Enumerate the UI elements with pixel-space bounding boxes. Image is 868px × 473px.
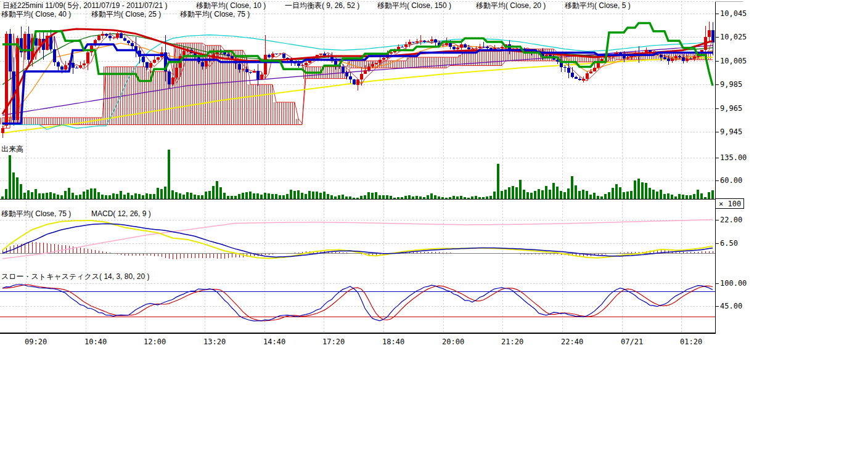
- indicator-label-ma10: 移動平均( Close, 10 ): [196, 2, 266, 9]
- time-axis-label: 10:40: [84, 338, 107, 346]
- volume-axis-label: 60.00: [720, 177, 742, 184]
- chart-title: 日経225mini 11/09( 5分, 2011/07/19 - 2011/0…: [2, 2, 168, 9]
- macd-axis-label: 22.00: [720, 216, 742, 224]
- price-axis-label: 9,985: [720, 81, 742, 88]
- time-axis-label: 13:20: [203, 338, 226, 346]
- macd-panel-label: MACD( 12, 26, 9 ): [91, 210, 151, 217]
- indicator-label-ma75: 移動平均( Close, 75 ): [180, 10, 250, 18]
- macd-ma75-label: 移動平均( Close, 75 ): [1, 210, 71, 217]
- indicator-label-ma40: 移動平均( Close, 40 ): [1, 10, 71, 18]
- time-axis-label: 14:40: [263, 338, 285, 346]
- price-axis-label: 10,025: [720, 33, 747, 41]
- chart-window: 日経225mini 11/09( 5分, 2011/07/19 - 2011/0…: [0, 0, 868, 473]
- volume-multiplier-badge: × 100: [719, 200, 741, 208]
- stoch-axis-label: 100.00: [720, 280, 747, 287]
- price-axis-label: 9,945: [720, 128, 742, 135]
- time-axis-label: 17:20: [322, 338, 345, 346]
- indicator-label-ma150: 移動平均( Close, 150 ): [377, 2, 451, 9]
- volume-axis-label: 135.00: [720, 154, 747, 161]
- time-axis-label: 12:00: [144, 338, 166, 346]
- volume-panel-label: 出来高: [1, 145, 23, 153]
- indicator-label-ma5: 移動平均( Close, 5 ): [565, 2, 631, 9]
- time-axis-label: 20:00: [442, 338, 464, 346]
- stochastics-panel-label: スロー・ストキャスティクス( 14, 3, 80, 20 ): [1, 273, 149, 280]
- time-axis-label: 01:20: [680, 338, 702, 346]
- price-axis-label: 10,045: [720, 10, 747, 17]
- time-axis-label: 21:20: [501, 338, 523, 346]
- price-axis-label: 9,965: [720, 105, 742, 112]
- time-axis-label: 07/21: [621, 338, 643, 346]
- indicator-label-ma20: 移動平均( Close, 20 ): [476, 2, 546, 9]
- time-axis-label: 22:40: [561, 338, 583, 346]
- time-axis-label: 09:20: [25, 338, 47, 346]
- indicator-label-ichimoku: 一目均衡表( 9, 26, 52 ): [285, 2, 359, 9]
- indicator-label-ma25: 移動平均( Close, 25 ): [91, 10, 161, 18]
- stoch-axis-label: 45.00: [720, 302, 742, 310]
- time-axis-label: 18:40: [382, 338, 404, 346]
- chart-canvas[interactable]: [0, 0, 868, 473]
- price-axis-label: 10,005: [720, 57, 747, 65]
- macd-axis-label: 6.50: [720, 240, 738, 247]
